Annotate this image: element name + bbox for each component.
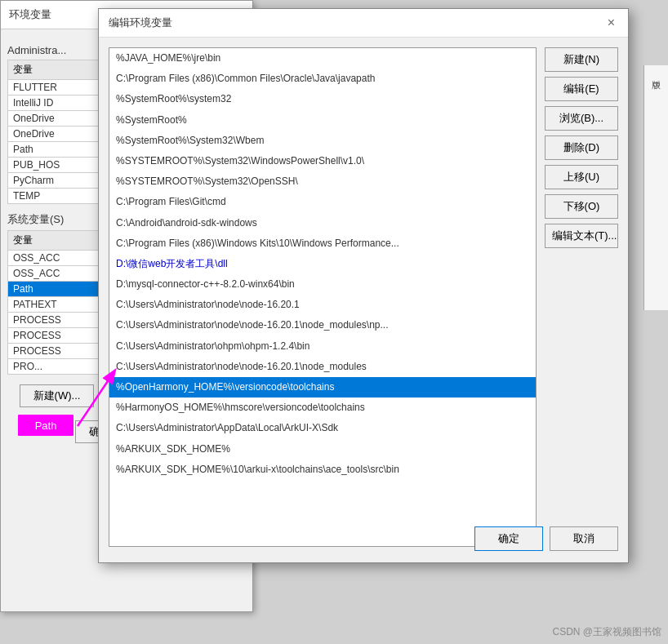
browse-btn[interactable]: 浏览(B)...: [545, 106, 618, 131]
dialog-bottom-buttons: 确定 取消: [474, 526, 618, 551]
right-buttons-panel: 新建(N)编辑(E)浏览(B)...删除(D)上移(U)下移(O)编辑文本(T)…: [545, 47, 618, 547]
list-item[interactable]: %SystemRoot%\system32: [109, 89, 536, 109]
list-item[interactable]: %OpenHarmony_HOME%\versioncode\toolchain…: [109, 377, 536, 398]
dialog-cancel-button[interactable]: 取消: [550, 526, 618, 551]
list-item[interactable]: C:\Users\Administrator\AppData\Local\Ark…: [109, 418, 536, 438]
dialog-close-button[interactable]: ×: [604, 16, 618, 29]
right-partial-panel: 版 B: [644, 65, 668, 310]
down-btn[interactable]: 下移(O): [545, 194, 618, 219]
path-list-area: %JAVA_HOME%\jre\binC:\Program Files (x86…: [109, 47, 537, 547]
delete-d-btn[interactable]: 删除(D): [545, 135, 618, 160]
right-panel-text2: B: [652, 82, 661, 87]
list-item[interactable]: %JAVA_HOME%\jre\bin: [109, 48, 536, 69]
csdn-watermark: CSDN @王家视频图书馆: [552, 625, 661, 639]
dialog-titlebar: 编辑环境变量 ×: [99, 9, 628, 38]
list-item[interactable]: D:\mysql-connector-c++-8.2.0-winx64\bin: [109, 274, 536, 295]
list-item[interactable]: %HarmonyOS_HOME%\hmscore\versioncode\too…: [109, 398, 536, 418]
list-item[interactable]: C:\Users\Administrator\node\node-16.20.1…: [109, 357, 536, 377]
up-btn[interactable]: 上移(U): [545, 165, 618, 189]
list-item[interactable]: %SystemRoot%\System32\Wbem: [109, 131, 536, 151]
edit-text-btn[interactable]: 编辑文本(T)...: [545, 224, 618, 248]
new-w-button[interactable]: 新建(W)...: [20, 384, 95, 407]
list-item[interactable]: %SYSTEMROOT%\System32\WindowsPowerShell\…: [109, 151, 536, 171]
list-item[interactable]: %ARKUIX_SDK_HOME%\10\arkui-x\toolchains\…: [109, 460, 536, 480]
path-list-scroll[interactable]: %JAVA_HOME%\jre\binC:\Program Files (x86…: [109, 48, 536, 546]
list-item[interactable]: C:\Program Files\Git\cmd: [109, 192, 536, 212]
list-item[interactable]: %SYSTEMROOT%\System32\OpenSSH\: [109, 171, 536, 192]
list-item[interactable]: C:\Users\Administrator\node\node-16.20.1…: [109, 315, 536, 335]
edit-env-var-dialog: 编辑环境变量 × %JAVA_HOME%\jre\binC:\Program F…: [98, 8, 629, 563]
dialog-body: %JAVA_HOME%\jre\binC:\Program Files (x86…: [99, 38, 628, 557]
dialog-title: 编辑环境变量: [109, 16, 172, 30]
list-item[interactable]: D:\微信web开发者工具\dll: [109, 254, 536, 274]
list-item[interactable]: C:\Android\android-sdk-windows: [109, 213, 536, 233]
list-item[interactable]: C:\Users\Administrator\ohpm\ohpm-1.2.4\b…: [109, 336, 536, 357]
list-item[interactable]: C:\Program Files (x86)\Windows Kits\10\W…: [109, 233, 536, 254]
list-item[interactable]: C:\Program Files (x86)\Common Files\Orac…: [109, 69, 536, 89]
new-n-btn[interactable]: 新建(N): [545, 47, 618, 72]
list-item[interactable]: %SystemRoot%: [109, 110, 536, 131]
list-item[interactable]: C:\Users\Administrator\node\node-16.20.1: [109, 295, 536, 315]
dialog-confirm-button[interactable]: 确定: [474, 526, 543, 551]
list-item[interactable]: %ARKUIX_SDK_HOME%: [109, 439, 536, 460]
edit-e-btn[interactable]: 编辑(E): [545, 77, 618, 101]
